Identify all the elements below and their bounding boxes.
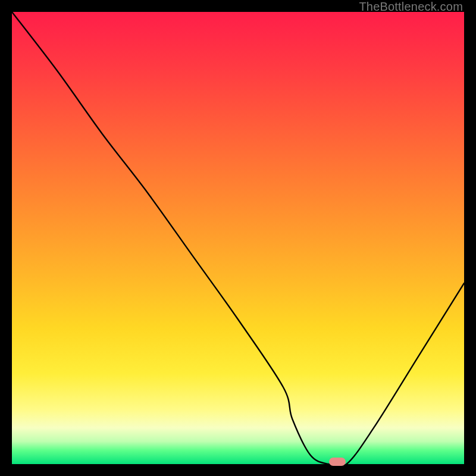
optimum-marker: [329, 458, 346, 466]
plot-area: [12, 12, 464, 464]
bottleneck-curve: [12, 12, 464, 464]
chart-frame: TheBottleneck.com: [0, 0, 476, 476]
